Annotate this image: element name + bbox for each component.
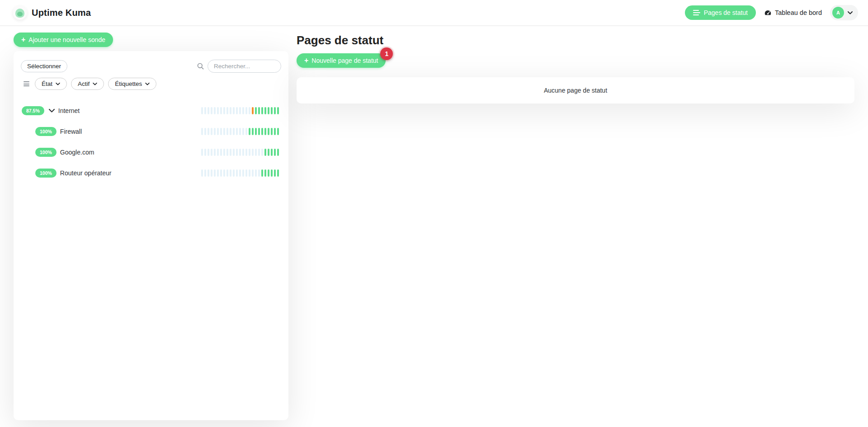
nav-dashboard-link[interactable]: Tableau de bord	[764, 9, 822, 16]
chevron-down-icon	[93, 83, 97, 85]
beat-empty	[211, 169, 212, 177]
beat-empty	[245, 128, 247, 135]
beat-empty	[255, 169, 257, 177]
beat-up	[268, 107, 269, 114]
beat-empty	[249, 107, 250, 114]
uptime-badge: 100%	[35, 127, 57, 136]
uptime-badge: 100%	[35, 169, 57, 178]
beat-up	[274, 169, 276, 177]
beat-up	[268, 169, 269, 177]
heartbeat-bar	[200, 169, 279, 177]
beat-empty	[208, 107, 209, 114]
monitor-name: Internet	[58, 107, 80, 114]
status-pages-panel: Pages de statut + Nouvelle page de statu…	[297, 33, 854, 420]
page-title: Pages de statut	[297, 33, 854, 47]
filter-état[interactable]: État	[35, 78, 67, 90]
search-input[interactable]	[208, 60, 281, 73]
beat-up	[261, 128, 263, 135]
user-menu[interactable]: A	[830, 5, 858, 20]
beat-empty	[258, 149, 260, 156]
monitor-row[interactable]: 100%Google.com	[20, 142, 282, 163]
new-status-page-button[interactable]: + Nouvelle page de statut	[297, 53, 386, 68]
beat-empty	[214, 107, 216, 114]
beat-empty	[220, 107, 222, 114]
beat-up	[258, 107, 260, 114]
list-layout-icon[interactable]	[23, 80, 30, 88]
beat-empty	[223, 128, 225, 135]
beat-empty	[242, 149, 244, 156]
beat-empty	[242, 169, 244, 177]
select-button[interactable]: Sélectionner	[21, 60, 67, 72]
beat-up	[271, 149, 273, 156]
add-monitor-button[interactable]: + Ajouter une nouvelle sonde	[14, 33, 113, 47]
beat-empty	[245, 169, 247, 177]
beat-up	[264, 149, 266, 156]
beat-up	[264, 169, 266, 177]
beat-empty	[214, 169, 216, 177]
beat-empty	[220, 128, 222, 135]
beat-empty	[223, 107, 225, 114]
notification-badge: 1	[380, 47, 393, 60]
beat-empty	[204, 169, 206, 177]
uptime-badge: 87.5%	[22, 106, 44, 115]
monitor-list-card: Sélectionner ÉtatActifÉtiquettes 87.5%In…	[14, 51, 288, 420]
beat-empty	[201, 107, 203, 114]
beat-empty	[230, 169, 231, 177]
tachometer-icon	[764, 9, 772, 16]
beat-empty	[261, 149, 263, 156]
beat-up	[255, 107, 257, 114]
chevron-down-icon	[56, 83, 60, 85]
brand[interactable]: Uptime Kuma	[13, 5, 91, 20]
beat-empty	[220, 149, 222, 156]
beat-empty	[201, 128, 203, 135]
beat-empty	[239, 169, 241, 177]
empty-message: Aucune page de statut	[544, 87, 607, 94]
beat-empty	[239, 149, 241, 156]
collapse-chevron-icon[interactable]	[49, 109, 55, 113]
beat-empty	[211, 107, 212, 114]
beat-empty	[236, 169, 238, 177]
heartbeat-bar	[200, 128, 279, 135]
beat-empty	[230, 149, 231, 156]
beat-empty	[217, 149, 219, 156]
filter-pills: ÉtatActifÉtiquettes	[35, 78, 156, 90]
beat-empty	[204, 128, 206, 135]
nav-status-pages-button[interactable]: Pages de statut	[685, 5, 756, 20]
filter-row: ÉtatActifÉtiquettes	[20, 78, 282, 90]
filter-étiquettes[interactable]: Étiquettes	[108, 78, 156, 90]
beat-empty	[204, 107, 206, 114]
beat-up	[261, 107, 263, 114]
plus-icon: +	[304, 57, 308, 64]
heartbeat-bar	[200, 107, 279, 114]
heartbeat-bar	[200, 149, 279, 156]
empty-status-pages-card: Aucune page de statut	[297, 77, 854, 103]
filter-actif[interactable]: Actif	[71, 78, 104, 90]
monitor-row[interactable]: 100%Firewall	[20, 121, 282, 142]
beat-up	[277, 149, 279, 156]
beat-empty	[233, 107, 235, 114]
page-content: + Ajouter une nouvelle sonde Sélectionne…	[0, 26, 868, 420]
beat-empty	[226, 149, 228, 156]
nav-status-pages-label: Pages de statut	[704, 9, 748, 16]
beat-empty	[236, 107, 238, 114]
beat-up	[255, 128, 257, 135]
monitor-row[interactable]: 87.5%Internet	[20, 100, 282, 121]
beat-up	[274, 128, 276, 135]
beat-empty	[239, 107, 241, 114]
chevron-down-icon	[145, 83, 150, 85]
monitor-row[interactable]: 100%Routeur opérateur	[20, 163, 282, 183]
beat-empty	[217, 128, 219, 135]
beat-up	[274, 149, 276, 156]
beat-empty	[223, 149, 225, 156]
beat-up	[249, 128, 250, 135]
beat-empty	[252, 169, 254, 177]
beat-up	[277, 128, 279, 135]
beat-empty	[204, 149, 206, 156]
uptime-kuma-logo-icon	[13, 5, 27, 20]
beat-empty	[242, 107, 244, 114]
avatar: A	[832, 7, 844, 19]
beat-empty	[255, 149, 257, 156]
search-zone	[197, 60, 281, 73]
beat-empty	[236, 149, 238, 156]
beat-up	[252, 128, 254, 135]
